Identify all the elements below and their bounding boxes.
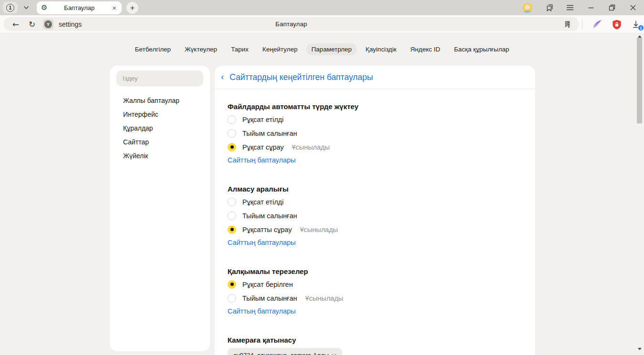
address-bar[interactable]: ← ↻ Y settings Баптаулар	[4, 17, 579, 31]
bookmarks-icon	[545, 3, 553, 12]
tab-counter-value: 1	[6, 4, 14, 12]
restore-button[interactable]	[608, 3, 616, 12]
site-settings-link[interactable]: Сайттың баптаулары	[228, 155, 296, 165]
recommended-badge: Ұсынылады	[292, 143, 330, 151]
tab-counter-button[interactable]: 1	[3, 2, 18, 13]
tab-security[interactable]: Қауіпсіздік	[360, 43, 402, 55]
radio-label: Рұқсат сұрау	[242, 143, 284, 151]
toolbar-separator	[582, 20, 582, 29]
tab-bookmarks[interactable]: Бетбелгілер	[130, 43, 176, 55]
scrollbar-thumb[interactable]	[637, 38, 642, 123]
page-header[interactable]: ‹ Сайттардың кеңейтілген баптаулары	[215, 66, 535, 89]
scroll-down-arrow-icon[interactable]	[638, 348, 642, 350]
chevron-down-icon	[23, 6, 29, 10]
tab-downloads[interactable]: Жүктеулер	[179, 43, 222, 55]
restore-icon	[609, 4, 615, 11]
settings-nav-tabs: Бетбелгілер Жүктеулер Тарих Кеңейтулер П…	[0, 43, 644, 55]
search-input[interactable]	[116, 71, 203, 86]
settings-sections: Файлдарды автоматты түрде жүктеу Рұқсат …	[215, 102, 535, 355]
new-tab-button[interactable]: +	[126, 2, 138, 14]
chevron-down-icon	[332, 354, 336, 355]
site-settings-link[interactable]: Сайттың баптаулары	[228, 238, 296, 247]
radio-icon[interactable]	[228, 129, 236, 138]
site-settings-link[interactable]: Сайттың баптаулары	[228, 306, 296, 316]
recommended-badge: Ұсынылады	[300, 226, 338, 233]
radio-selected-icon[interactable]	[228, 225, 236, 234]
tab-strip: 1 ⚙ Баптаулар × +	[0, 0, 644, 15]
camera-select[interactable]: ov9734_azurewave_camera Алдыңғы	[228, 348, 342, 355]
radio-label: Тыйым салынған	[242, 212, 297, 220]
radio-icon[interactable]	[228, 115, 236, 124]
radio-selected-icon[interactable]	[228, 143, 236, 152]
page-scrollbar[interactable]	[636, 33, 643, 355]
radio-group: Рұқсат етілді Тыйым салынған Рұқсатты сұ…	[228, 195, 522, 236]
sidebar-item-sites[interactable]: Сайттар	[123, 135, 205, 149]
tab-list-chevron-button[interactable]	[20, 2, 33, 13]
recommended-badge: Ұсынылады	[305, 294, 343, 302]
section-heading: Файлдарды автоматты түрде жүктеу	[228, 102, 522, 112]
close-window-button[interactable]	[629, 3, 637, 12]
sidebar-item-system[interactable]: Жүйелік	[123, 149, 205, 162]
header-divider	[215, 89, 535, 89]
reload-button[interactable]: ↻	[24, 20, 40, 29]
radio-icon[interactable]	[228, 294, 236, 303]
radio-icon[interactable]	[228, 198, 236, 206]
page-title: Сайттардың кеңейтілген баптаулары	[229, 72, 373, 82]
radio-option[interactable]: Рұқсат етілді	[228, 112, 522, 126]
tab-extensions[interactable]: Кеңейтулер	[257, 43, 303, 55]
tab-title: Баптаулар	[47, 4, 111, 11]
site-favicon: Y	[43, 19, 53, 30]
close-icon	[630, 4, 636, 11]
radio-option[interactable]: Тыйым салынған	[228, 126, 522, 140]
section-heading: Камераға қатынасу	[228, 335, 522, 345]
back-chevron-icon[interactable]: ‹	[221, 71, 224, 82]
minimize-button[interactable]	[587, 3, 595, 12]
radio-option[interactable]: Рұқсатты сұрау Ұсынылады	[228, 223, 522, 236]
section-auto-download: Файлдарды автоматты түрде жүктеу Рұқсат …	[228, 102, 522, 165]
section-heading: Қалқымалы терезелер	[228, 267, 522, 276]
settings-sidebar: Жалпы баптаулар Интерфейс Құралдар Сайтт…	[110, 66, 210, 351]
radio-label: Тыйым салынған	[242, 294, 297, 302]
tab-close-icon[interactable]: ×	[111, 4, 117, 11]
radio-option[interactable]: Рұқсат сұрау Ұсынылады	[228, 140, 522, 154]
protect-button[interactable]	[612, 20, 622, 30]
tab-other-devices[interactable]: Басқа құрылғылар	[449, 43, 515, 55]
minimize-icon	[588, 4, 594, 11]
back-button[interactable]: ←	[8, 20, 24, 29]
collections-button[interactable]	[545, 3, 553, 12]
hamburger-icon	[566, 4, 574, 11]
browser-tab-settings[interactable]: ⚙ Баптаулар ×	[37, 1, 122, 14]
tab-yandex-id[interactable]: Яндекс ID	[405, 43, 446, 55]
radio-group: Рұқсат берілген Тыйым салынған Ұсынылады	[228, 277, 522, 305]
shield-lock-icon	[612, 20, 622, 30]
radio-option[interactable]: Тыйым салынған	[228, 209, 522, 223]
sidebar-item-interface[interactable]: Интерфейс	[123, 107, 205, 121]
gear-icon: ⚙	[41, 4, 47, 11]
downloads-button[interactable]: 1	[631, 19, 641, 30]
radio-label: Рұқсатты сұрау	[242, 226, 292, 233]
radio-label: Рұқсат берілген	[242, 281, 293, 288]
download-count-badge: 1	[638, 25, 644, 31]
radio-option[interactable]: Рұқсат етілді	[228, 195, 522, 209]
radio-icon[interactable]	[228, 212, 236, 220]
sidebar-item-general[interactable]: Жалпы баптаулар	[123, 93, 205, 107]
section-camera-access: Камераға қатынасу ov9734_azurewave_camer…	[228, 335, 522, 355]
camera-select-value: ov9734_azurewave_camera Алдыңғы	[233, 352, 329, 355]
browser-menu-button[interactable]	[566, 3, 574, 12]
omnibox-page-title: Баптаулар	[275, 17, 307, 31]
sidebar-items: Жалпы баптаулар Интерфейс Құралдар Сайтт…	[123, 93, 205, 162]
feather-extension-button[interactable]	[592, 20, 602, 29]
radio-selected-icon[interactable]	[228, 280, 236, 289]
tab-settings[interactable]: Параметрлер	[306, 43, 357, 55]
profile-avatar[interactable]	[522, 3, 532, 13]
feather-icon	[592, 20, 602, 29]
radio-option[interactable]: Рұқсат берілген	[228, 277, 522, 291]
radio-label: Тыйым салынған	[242, 130, 297, 137]
settings-page: Бетбелгілер Жүктеулер Тарих Кеңейтулер П…	[0, 33, 644, 355]
radio-group: Рұқсат етілді Тыйым салынған Рұқсат сұра…	[228, 112, 522, 154]
tab-history[interactable]: Тарих	[226, 43, 254, 55]
radio-option[interactable]: Тыйым салынған Ұсынылады	[228, 291, 522, 305]
toolbar-overflow-button[interactable]: ⋮	[565, 20, 572, 29]
sidebar-item-tools[interactable]: Құралдар	[123, 121, 205, 135]
url-text[interactable]: settings	[59, 20, 82, 28]
